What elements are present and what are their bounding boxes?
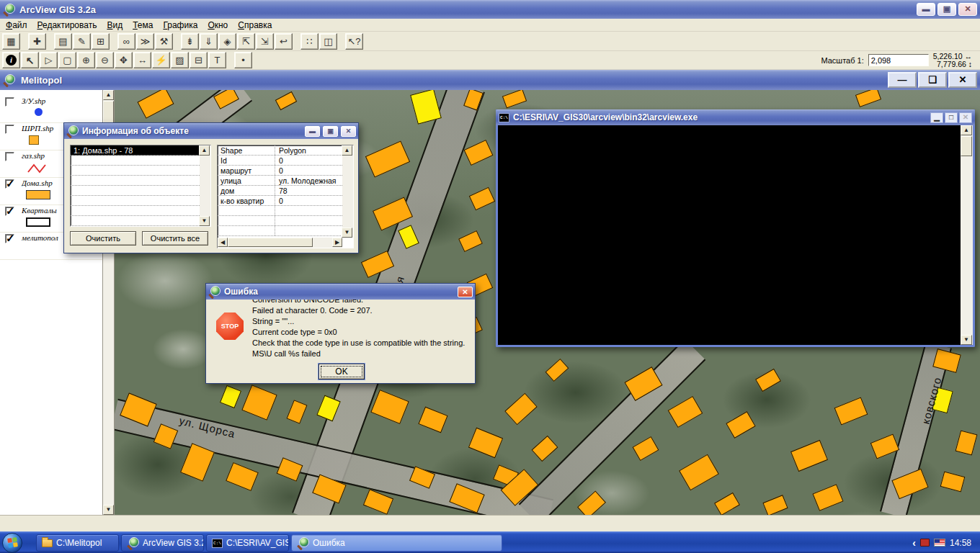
tool-hotlink[interactable]: ⚡ bbox=[152, 52, 170, 68]
taskbar-button[interactable]: C:\C:\ESRI\AV_GIS30\a... bbox=[206, 534, 289, 552]
results-scroll-down[interactable]: ▼ bbox=[199, 216, 210, 226]
identify-results-list[interactable]: 1: Дома.shp - 78 ▲ ▼ bbox=[70, 145, 211, 227]
attributes-scroll-right[interactable]: ▶ bbox=[332, 238, 342, 247]
menu-графика[interactable]: Графика bbox=[163, 20, 197, 30]
tool-zoom-in[interactable]: ⊕ bbox=[77, 52, 95, 68]
console-maximize-button[interactable]: □ bbox=[945, 112, 958, 123]
btn-zoom-active-theme[interactable]: ⇓ bbox=[200, 33, 218, 50]
menu-окно[interactable]: Окно bbox=[208, 20, 228, 30]
btn-zoom-in-fixed[interactable]: ⇱ bbox=[237, 33, 255, 50]
tool-identify[interactable]: i bbox=[2, 52, 20, 68]
results-scroll-up[interactable]: ▲ bbox=[199, 145, 210, 156]
taskbar-button[interactable]: C:\Melitopol bbox=[36, 534, 119, 552]
btn-help-pointer[interactable]: ↖? bbox=[345, 33, 363, 50]
tool-callout[interactable]: ⊟ bbox=[190, 52, 208, 68]
identify-restore-button[interactable]: ▣ bbox=[323, 126, 338, 137]
btn-build-tool[interactable]: ⚒ bbox=[155, 33, 173, 50]
console-scroll-up[interactable]: ▲ bbox=[961, 125, 972, 135]
btn-open-table-icon: ⊞ bbox=[97, 36, 104, 47]
attributes-scroll-up[interactable]: ▲ bbox=[342, 145, 352, 156]
identify-dialog-body: 1: Дома.shp - 78 ▲ ▼ Очистить Очистить в… bbox=[64, 139, 358, 253]
taskbar-button[interactable]: ArcView GIS 3.2a bbox=[121, 534, 204, 552]
menu-тема[interactable]: Тема bbox=[133, 20, 153, 30]
tool-text[interactable]: T bbox=[208, 52, 226, 68]
tray-chevron-icon[interactable]: ‹ bbox=[912, 537, 916, 549]
attribute-field: Id bbox=[218, 156, 275, 165]
legend-scroll-up[interactable]: ▲ bbox=[103, 90, 114, 100]
console-close-button[interactable]: ✕ bbox=[959, 112, 972, 123]
layer-checkbox[interactable] bbox=[5, 97, 14, 107]
tool-vertex-edit-icon: ▷ bbox=[45, 55, 53, 66]
btn-zoom-full-extent[interactable]: ⇟ bbox=[181, 33, 199, 50]
layer-checkbox[interactable]: ✓ bbox=[5, 179, 14, 189]
display-tray-icon[interactable] bbox=[920, 539, 930, 547]
results-list-scrollbar[interactable]: ▲ ▼ bbox=[200, 145, 210, 226]
tool-measure-icon: ↔ bbox=[138, 55, 147, 66]
view-minimize-button[interactable]: — bbox=[888, 72, 917, 88]
tool-pan[interactable]: ✥ bbox=[115, 52, 133, 68]
btn-zoom-selected[interactable]: ◈ bbox=[218, 33, 236, 50]
attributes-table[interactable]: ShapePolygonId0маршрут0улицаул. Молодежн… bbox=[217, 145, 354, 248]
layer-checkbox[interactable] bbox=[5, 125, 14, 134]
menu-вид[interactable]: Вид bbox=[107, 20, 122, 30]
btn-theme-properties[interactable]: ▤ bbox=[54, 33, 72, 50]
view-close-button[interactable]: ✕ bbox=[948, 72, 977, 88]
menu-редактировать[interactable]: Редактировать bbox=[37, 20, 97, 30]
attributes-hscroll-thumb[interactable] bbox=[228, 238, 313, 247]
layer-checkbox[interactable]: ✓ bbox=[5, 207, 14, 216]
btn-zoom-previous[interactable]: ↩ bbox=[275, 33, 293, 50]
clear-all-button[interactable]: Очистить все bbox=[142, 231, 208, 246]
clear-button[interactable]: Очистить bbox=[70, 231, 136, 246]
console-scrollbar[interactable]: ▲ ▼ bbox=[961, 125, 973, 345]
tool-select-area[interactable]: ▨ bbox=[171, 52, 189, 68]
btn-open-table[interactable]: ⊞ bbox=[92, 33, 110, 50]
view-restore-button[interactable]: ❑ bbox=[918, 72, 947, 88]
attributes-scrollbar-vertical[interactable]: ▲ ▼ bbox=[342, 145, 353, 238]
attribute-row: к-во квартир0 bbox=[218, 196, 342, 206]
btn-query-builder[interactable]: ≫ bbox=[136, 33, 154, 50]
arcview-icon bbox=[297, 537, 309, 549]
console-scroll-thumb[interactable] bbox=[961, 136, 972, 156]
tool-draw-point[interactable]: • bbox=[234, 52, 252, 68]
layer-label[interactable]: З/У.shp bbox=[22, 96, 99, 105]
legend-scroll-down[interactable]: ▼ bbox=[103, 505, 114, 515]
error-ok-button[interactable]: OK bbox=[318, 364, 365, 379]
attributes-scroll-left[interactable]: ◀ bbox=[218, 238, 228, 247]
tool-pointer[interactable]: ↖ bbox=[21, 52, 39, 68]
btn-find-icon: ∞ bbox=[123, 36, 130, 47]
layer-checkbox[interactable]: ✓ bbox=[5, 234, 14, 243]
btn-find[interactable]: ∞ bbox=[117, 33, 135, 50]
scale-input[interactable] bbox=[868, 54, 929, 66]
btn-select-features[interactable]: ∷ bbox=[300, 33, 318, 50]
identify-minimize-button[interactable]: ▬ bbox=[305, 126, 320, 137]
result-item-empty bbox=[71, 166, 200, 176]
restore-button[interactable]: ▣ bbox=[937, 3, 956, 16]
tool-measure[interactable]: ↔ bbox=[133, 52, 151, 68]
close-button[interactable]: ✕ bbox=[958, 3, 977, 16]
btn-edit-legend[interactable]: ✎ bbox=[73, 33, 91, 50]
tool-select-box[interactable]: ▢ bbox=[58, 52, 76, 68]
console-window: C:\ C:\ESRI\AV_GIS30\arcview\bin32\arcvi… bbox=[496, 109, 975, 347]
menu-справка[interactable]: Справка bbox=[238, 20, 272, 30]
taskbar-button[interactable]: Ошибка bbox=[291, 534, 502, 552]
tool-vertex-edit[interactable]: ▷ bbox=[40, 52, 58, 68]
minimize-button[interactable]: ▬ bbox=[917, 3, 935, 16]
layer-checkbox[interactable] bbox=[5, 152, 14, 161]
btn-add-theme[interactable]: ✚ bbox=[28, 33, 46, 50]
btn-show-legend[interactable]: ◫ bbox=[319, 33, 337, 50]
console-output[interactable] bbox=[498, 125, 973, 345]
attributes-scrollbar-horizontal[interactable]: ◀ ▶ bbox=[218, 238, 342, 248]
btn-save[interactable]: ▦ bbox=[2, 33, 20, 50]
tool-pan-icon: ✥ bbox=[120, 55, 128, 66]
result-item-selected[interactable]: 1: Дома.shp - 78 bbox=[71, 145, 200, 156]
error-close-button[interactable]: ✕ bbox=[458, 287, 473, 297]
btn-zoom-out-fixed[interactable]: ⇲ bbox=[256, 33, 274, 50]
console-minimize-button[interactable]: ▁ bbox=[930, 112, 943, 123]
tool-zoom-out[interactable]: ⊖ bbox=[96, 52, 114, 68]
menu-файл[interactable]: Файл bbox=[6, 20, 27, 30]
language-flag-icon[interactable] bbox=[934, 539, 945, 547]
console-scroll-down[interactable]: ▼ bbox=[961, 335, 972, 345]
start-button[interactable] bbox=[2, 533, 22, 553]
attributes-scroll-down[interactable]: ▼ bbox=[342, 228, 352, 238]
identify-close-button[interactable]: ✕ bbox=[341, 126, 356, 137]
